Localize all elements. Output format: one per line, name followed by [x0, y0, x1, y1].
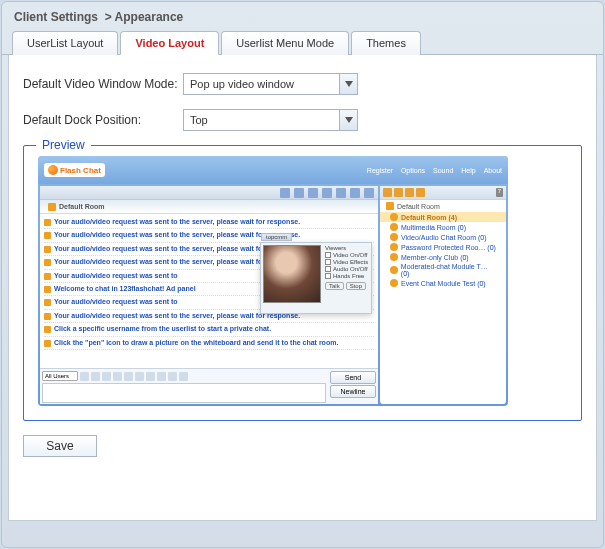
pv-room-item: Member-only Club (0): [380, 252, 506, 262]
pv-send-btn: Send: [330, 371, 376, 384]
pv-room-item: Event Chat Module Test (0): [380, 278, 506, 288]
tab-userlist-layout[interactable]: UserList Layout: [12, 31, 118, 55]
settings-window: Client Settings > Appearance UserList La…: [1, 1, 604, 548]
pv-tool-icon: [336, 188, 346, 198]
pv-logo: Flash Chat: [44, 163, 105, 177]
room-icon: [390, 213, 398, 221]
pv-room-item: Password Protected Roo… (0): [380, 242, 506, 252]
pv-fmt-icon: [124, 372, 133, 381]
pv-fmt-icon: [168, 372, 177, 381]
pv-msg: Click the "pen" icon to draw a picture o…: [44, 337, 374, 350]
chevron-down-icon: [339, 74, 357, 94]
pv-opt: Audio On/Off: [333, 266, 368, 272]
breadcrumb: Client Settings > Appearance: [2, 2, 603, 30]
select-dock-position-value: Top: [190, 114, 208, 126]
pv-header: Flash Chat Register Options Sound Help A…: [38, 156, 508, 184]
checkbox-icon: [325, 273, 331, 279]
pv-tool-icon: [350, 188, 360, 198]
pv-msg: Click a specific username from the userl…: [44, 323, 374, 336]
tab-userlist-menu-mode[interactable]: Userlist Menu Mode: [221, 31, 349, 55]
pv-msg: Your audio/video request was sent to the…: [44, 229, 374, 242]
pv-room-label: Event Chat Module Test (0): [401, 280, 486, 287]
label-video-mode: Default Video Window Mode:: [23, 77, 183, 91]
row-video-mode: Default Video Window Mode: Pop up video …: [23, 73, 582, 95]
row-dock-position: Default Dock Position: Top: [23, 109, 582, 131]
pv-fmt-icon: [135, 372, 144, 381]
preview-screenshot: Flash Chat Register Options Sound Help A…: [38, 156, 508, 406]
pv-input-toolbar: All Users: [42, 370, 326, 382]
breadcrumb-page: Appearance: [115, 10, 184, 24]
room-icon: [390, 243, 398, 251]
pv-link-about: About: [484, 167, 502, 174]
pv-rt-icon: [416, 188, 425, 197]
pv-opt: Video Effects: [333, 259, 368, 265]
pv-stop-btn: Stop: [346, 282, 366, 290]
breadcrumb-section: Client Settings: [14, 10, 98, 24]
pv-fmt-icon: [80, 372, 89, 381]
pv-left-pane: Default Room Your audio/video request wa…: [40, 186, 378, 404]
pv-tool-icon: [280, 188, 290, 198]
folder-icon: [386, 202, 394, 210]
tab-themes[interactable]: Themes: [351, 31, 421, 55]
pv-input-area: All Users: [40, 368, 378, 404]
pv-rt-icon: [405, 188, 414, 197]
pv-tool-icon: [364, 188, 374, 198]
pv-room-label: Video/Audio Chat Room (0): [401, 234, 486, 241]
room-icon: [390, 279, 398, 287]
pv-header-links: Register Options Sound Help About: [367, 167, 502, 174]
select-video-mode-value: Pop up video window: [190, 78, 294, 90]
pv-fmt-icon: [102, 372, 111, 381]
pv-room-label: Multimedia Room (0): [401, 224, 466, 231]
pv-link-sound: Sound: [433, 167, 453, 174]
pv-fmt-icon: [146, 372, 155, 381]
pv-rt-count: 7: [496, 188, 503, 197]
pv-room-item: Multimedia Room (0): [380, 222, 506, 232]
pv-fmt-icon: [179, 372, 188, 381]
pv-talk-btn: Talk: [325, 282, 344, 290]
room-icon: [390, 266, 398, 274]
pv-room-header-label: Default Room: [397, 203, 440, 210]
pv-room-item: Default Room (4): [380, 212, 506, 222]
pv-opt: Video On/Off: [333, 252, 367, 258]
pv-tool-icon: [294, 188, 304, 198]
checkbox-icon: [325, 266, 331, 272]
tab-video-layout[interactable]: Video Layout: [120, 31, 219, 55]
select-dock-position[interactable]: Top: [183, 109, 358, 131]
pv-room-list: Default Room (4) Multimedia Room (0) Vid…: [380, 212, 506, 404]
chevron-down-icon: [339, 110, 357, 130]
pv-rt-icon: [383, 188, 392, 197]
pv-fmt-icon: [157, 372, 166, 381]
speaker-icon: [48, 203, 56, 211]
pv-fmt-icon: [91, 372, 100, 381]
pv-webcam-image: [263, 245, 321, 303]
pv-video-popup: topcmm Viewers Video On/Off Video Effect…: [260, 242, 372, 314]
pv-messages: Your audio/video request was sent to the…: [40, 214, 378, 368]
pv-room-label: Default Room (4): [401, 214, 457, 221]
room-icon: [390, 233, 398, 241]
breadcrumb-sep: >: [105, 10, 112, 24]
pv-link-options: Options: [401, 167, 425, 174]
pv-video-title: topcmm: [261, 233, 292, 241]
pv-fmt-icon: [113, 372, 122, 381]
pv-room-tab-label: Default Room: [59, 203, 105, 210]
pv-room-item: Moderated-chat Module T… (0): [380, 262, 506, 278]
pv-opt: Hands Free: [333, 273, 364, 279]
pv-room-item: Video/Audio Chat Room (0): [380, 232, 506, 242]
save-button[interactable]: Save: [23, 435, 97, 457]
pv-right-pane: 7 Default Room Default Room (4) Multimed…: [380, 186, 506, 404]
pv-room-label: Moderated-chat Module T… (0): [401, 263, 496, 277]
checkbox-icon: [325, 259, 331, 265]
select-video-mode[interactable]: Pop up video window: [183, 73, 358, 95]
pv-room-label: Password Protected Roo… (0): [401, 244, 496, 251]
pv-viewers-label: Viewers: [325, 245, 346, 251]
checkbox-icon: [325, 252, 331, 258]
pv-room-label: Member-only Club (0): [401, 254, 469, 261]
pv-msg: Your audio/video request was sent to the…: [44, 216, 374, 229]
pv-newline-btn: Newline: [330, 385, 376, 398]
pv-logo-text: Flash Chat: [60, 166, 101, 175]
flashchat-logo-icon: [48, 165, 58, 175]
pv-link-register: Register: [367, 167, 393, 174]
pv-room-tab: Default Room: [40, 200, 378, 214]
tabs: UserList Layout Video Layout Userlist Me…: [2, 30, 603, 55]
pv-room-header: Default Room: [380, 200, 506, 212]
